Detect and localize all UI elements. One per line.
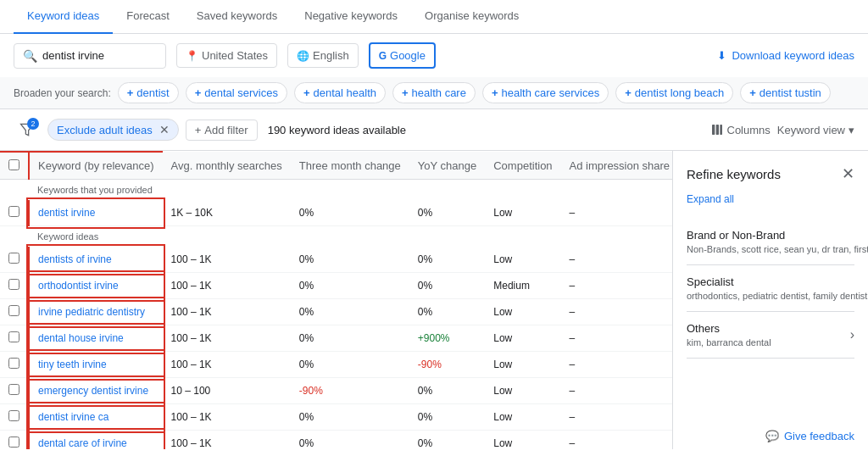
row-checkbox[interactable] <box>8 253 19 264</box>
broaden-chip-health-care-services[interactable]: + health care services <box>482 82 609 103</box>
ad-impression-cell: – <box>561 247 673 273</box>
keyword-cell[interactable]: emergency dentist irvine <box>29 378 163 404</box>
yoy-cell: 0% <box>409 431 485 450</box>
avg-searches-cell: 100 – 1K <box>163 431 291 450</box>
yoy-cell: 0% <box>409 273 485 299</box>
yoy-cell: -90% <box>409 352 485 378</box>
tab-keyword-ideas[interactable]: Keyword ideas <box>14 0 113 34</box>
competition-cell: Medium <box>485 273 560 299</box>
broaden-chip-dentist-long-beach[interactable]: + dentist long beach <box>615 82 733 103</box>
ad-impression-cell: – <box>561 431 673 450</box>
keyword-cell[interactable]: dental care of irvine <box>29 431 163 450</box>
avg-searches-cell: 1K – 10K <box>163 200 291 226</box>
top-navigation: Keyword ideas Forecast Saved keywords Ne… <box>0 0 868 34</box>
keyword-cell[interactable]: dentist irvine ca <box>29 404 163 431</box>
competition-cell: Low <box>485 247 560 273</box>
three-month-cell: 0% <box>291 273 409 299</box>
sidebar-header: Refine keywords ✕ <box>687 164 854 183</box>
add-filter-button[interactable]: + Add filter <box>186 120 258 141</box>
col-yoy[interactable]: YoY change <box>409 152 485 180</box>
search-icon: 🔍 <box>23 49 37 63</box>
translate-icon: 🌐 <box>297 50 309 62</box>
refine-section-brand-subtitle: Non-Brands, scott rice, sean yu, dr tran… <box>687 244 868 254</box>
table-row: dentist irvine 1K – 10K 0% 0% Low – US$4… <box>0 200 673 226</box>
competition-cell: Low <box>485 299 560 325</box>
refine-section-others[interactable]: Others kim, barranca dental › <box>687 312 854 359</box>
keyword-cell[interactable]: orthodontist irvine <box>29 273 163 299</box>
svg-rect-0 <box>712 125 715 135</box>
table-row: dental care of irvine 100 – 1K 0% 0% Low… <box>0 431 673 450</box>
row-checkbox[interactable] <box>8 437 19 448</box>
select-all-checkbox[interactable] <box>8 159 19 170</box>
svg-rect-1 <box>715 125 718 135</box>
ad-impression-cell: – <box>561 404 673 431</box>
plus-icon: + <box>195 86 202 99</box>
keyword-cell[interactable]: dental house irvine <box>29 325 163 352</box>
keyword-cell[interactable]: tiny teeth irvine <box>29 352 163 378</box>
ideas-count-label: 190 keyword ideas available <box>268 124 406 136</box>
broaden-chip-dental-health[interactable]: + dental health <box>294 82 386 103</box>
keyword-table-area: Keyword (by relevance) Avg. monthly sear… <box>0 151 673 449</box>
col-ad-impression[interactable]: Ad impression share <box>561 152 673 180</box>
keyword-table: Keyword (by relevance) Avg. monthly sear… <box>0 151 673 449</box>
svg-rect-2 <box>720 125 722 135</box>
col-competition[interactable]: Competition <box>485 152 560 180</box>
row-checkbox[interactable] <box>8 305 19 316</box>
close-icon[interactable]: ✕ <box>159 123 170 136</box>
keyword-view-button[interactable]: Keyword view ▾ <box>777 124 854 136</box>
competition-cell: Low <box>485 404 560 431</box>
keyword-cell[interactable]: dentist irvine <box>29 200 163 226</box>
keyword-cell[interactable]: dentists of irvine <box>29 247 163 273</box>
language-button[interactable]: 🌐 English <box>287 43 359 68</box>
row-checkbox[interactable] <box>8 410 19 421</box>
row-checkbox[interactable] <box>8 331 19 342</box>
three-month-cell: 0% <box>291 200 409 226</box>
broaden-chip-dentist-tustin[interactable]: + dentist tustin <box>740 82 831 103</box>
competition-cell: Low <box>485 325 560 352</box>
tab-negative-keywords[interactable]: Negative keywords <box>291 0 411 34</box>
refine-section-others-title: Others <box>687 322 771 335</box>
refine-section-specialist-subtitle: orthodontics, pediatric dentist, family … <box>687 291 868 301</box>
table-row: orthodontist irvine 100 – 1K 0% 0% Mediu… <box>0 273 673 299</box>
tab-saved-keywords[interactable]: Saved keywords <box>183 0 291 34</box>
chevron-down-icon: ▾ <box>849 124 854 136</box>
refine-section-brand[interactable]: Brand or Non-Brand Non-Brands, scott ric… <box>687 219 854 265</box>
plus-icon: + <box>749 86 756 99</box>
row-checkbox[interactable] <box>8 358 19 369</box>
broaden-chip-dentist[interactable]: + dentist <box>118 82 179 103</box>
tab-organise-keywords[interactable]: Organise keywords <box>411 0 532 34</box>
ad-impression-cell: – <box>561 325 673 352</box>
search-box[interactable]: 🔍 <box>14 43 166 69</box>
three-month-cell: 0% <box>291 325 409 352</box>
expand-all-button[interactable]: Expand all <box>687 193 854 205</box>
give-feedback-button[interactable]: 💬 Give feedback <box>765 430 854 442</box>
refine-keywords-sidebar: Refine keywords ✕ Expand all Brand or No… <box>673 151 868 449</box>
refine-section-specialist[interactable]: Specialist orthodontics, pediatric denti… <box>687 265 854 312</box>
filter-icon-button[interactable]: 2 <box>14 116 41 143</box>
tab-forecast[interactable]: Forecast <box>113 0 183 34</box>
download-button[interactable]: ⬇ Download keyword ideas <box>717 49 854 62</box>
location-button[interactable]: 📍 United States <box>176 43 277 68</box>
keyword-cell[interactable]: irvine pediatric dentistry <box>29 299 163 325</box>
sidebar-title: Refine keywords <box>687 167 781 181</box>
avg-searches-cell: 100 – 1K <box>163 404 291 431</box>
exclude-adult-chip[interactable]: Exclude adult ideas ✕ <box>47 119 179 141</box>
col-keyword[interactable]: Keyword (by relevance) <box>29 152 163 180</box>
col-three-month[interactable]: Three month change <box>291 152 409 180</box>
yoy-cell: 0% <box>409 200 485 226</box>
row-checkbox[interactable] <box>8 206 19 217</box>
col-avg-monthly[interactable]: Avg. monthly searches <box>163 152 291 180</box>
row-checkbox[interactable] <box>8 384 19 395</box>
broaden-chip-dental-services[interactable]: + dental services <box>186 82 287 103</box>
plus-icon: + <box>127 86 134 99</box>
ad-impression-cell: – <box>561 378 673 404</box>
columns-button[interactable]: Columns <box>710 123 771 136</box>
row-checkbox[interactable] <box>8 279 19 290</box>
close-sidebar-button[interactable]: ✕ <box>842 164 854 183</box>
engine-button[interactable]: G Google <box>369 42 436 69</box>
broaden-chip-health-care[interactable]: + health care <box>392 82 476 103</box>
plus-icon: + <box>492 86 498 99</box>
search-input[interactable] <box>42 49 153 62</box>
three-month-cell: 0% <box>291 352 409 378</box>
three-month-cell: -90% <box>291 378 409 404</box>
